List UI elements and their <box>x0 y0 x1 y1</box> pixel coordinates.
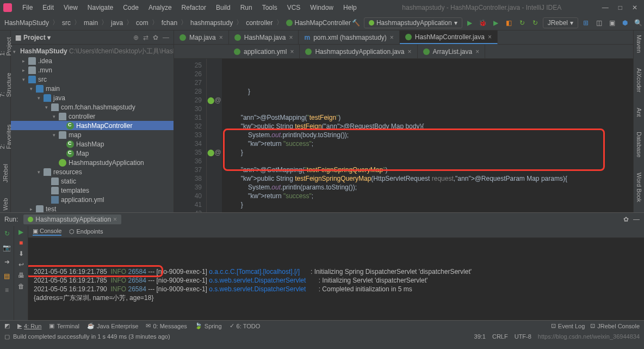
jrebel-debug-icon[interactable]: ↻ <box>530 17 541 28</box>
close-icon[interactable]: × <box>219 34 223 41</box>
tree-node-templates[interactable]: templates <box>11 186 174 195</box>
menu-file[interactable]: File <box>17 2 38 14</box>
code-content[interactable]: } "ann">@PostMapping("testFeign") "kw">p… <box>222 59 633 212</box>
tab-pom-xml--hashmapstudy-[interactable]: mpom.xml (hashmapstudy)× <box>299 30 399 44</box>
debug-icon[interactable]: 🐞 <box>478 17 488 28</box>
close-icon[interactable]: × <box>475 48 479 56</box>
wrap-icon[interactable]: ↩ <box>18 261 24 268</box>
spring-bean-icon[interactable]: ⬤ <box>207 96 214 105</box>
close-icon[interactable]: × <box>390 34 394 41</box>
gutter-2favorites[interactable]: 2: Favorites <box>0 121 13 151</box>
tree-node-src[interactable]: ▾src <box>11 75 174 84</box>
run-config-dropdown[interactable]: HashmapstudyApplication ▾ <box>364 17 462 28</box>
tree-node-test[interactable]: ▸test <box>11 204 174 212</box>
menu-run[interactable]: Run <box>236 2 257 14</box>
tree-node--idea[interactable]: ▸.idea <box>11 56 174 65</box>
profile-icon[interactable]: ◧ <box>504 17 515 28</box>
build-icon[interactable]: 🔨 <box>351 17 362 28</box>
rerun-icon[interactable]: ↻ <box>2 228 13 239</box>
tab-application-yml[interactable]: application.yml× <box>228 45 300 58</box>
ai-icon[interactable]: ⬢ <box>620 17 630 28</box>
jrebel-dropdown[interactable]: JRebel ▾ <box>543 17 578 28</box>
tree-root[interactable]: ▾HashMapStudy C:\Users\fchen\Desktop\小工具… <box>11 47 174 56</box>
coverage-icon[interactable]: ▶ <box>491 17 501 28</box>
bottom-tool-spring[interactable]: 🍃Spring <box>195 322 222 329</box>
breadcrumb-item[interactable]: main <box>84 19 98 27</box>
minimize-panel-icon[interactable]: — <box>633 216 640 223</box>
bottom-corner-icon[interactable]: ◩ <box>4 322 10 329</box>
line-separator[interactable]: CRLF <box>492 333 508 340</box>
run-instance-tab[interactable]: HashmapstudyApplication × <box>23 215 121 224</box>
print-icon[interactable]: 🖶 <box>18 272 24 279</box>
close-icon[interactable]: × <box>289 34 293 41</box>
bottom-tool-java-enterprise[interactable]: ☕Java Enterprise <box>87 322 138 329</box>
gutter-ant[interactable]: Ant <box>635 106 643 119</box>
menu-help[interactable]: Help <box>338 2 362 14</box>
gutter-web[interactable]: Web <box>1 196 10 212</box>
menu-build[interactable]: Build <box>211 2 236 14</box>
menu-tools[interactable]: Tools <box>257 2 282 14</box>
close-icon[interactable]: × <box>488 33 492 41</box>
tree-node-java[interactable]: ▾java <box>11 93 174 102</box>
tree-node-com-fchan-hashmapstudy[interactable]: ▾com.fchan.hashmapstudy <box>11 102 174 112</box>
tab-hashmap-java[interactable]: HashMap.java× <box>229 30 299 44</box>
breadcrumb-item[interactable]: controller <box>246 19 273 27</box>
menu-analyze[interactable]: Analyze <box>144 2 177 14</box>
breadcrumb-item[interactable]: fchan <box>162 19 177 27</box>
tree-node-hashmapcontroller[interactable]: HashMapController <box>11 121 174 130</box>
close-icon[interactable]: × <box>113 216 117 223</box>
project-tree[interactable]: ▾HashMapStudy C:\Users\fchen\Desktop\小工具… <box>11 45 174 212</box>
gutter-jrebel[interactable]: JRebel <box>1 162 10 185</box>
bottom-tool-0--messages[interactable]: ✉0: Messages <box>146 322 187 329</box>
tree-node-static[interactable]: static <box>11 176 174 186</box>
breadcrumb-item[interactable]: HashMapController <box>295 19 351 27</box>
tree-node-map[interactable]: Map <box>11 149 174 158</box>
collapse-icon[interactable]: ⇄ <box>143 34 148 41</box>
menu-view[interactable]: View <box>59 2 83 14</box>
gutter-wordbook[interactable]: Word Book <box>635 170 643 204</box>
console-output[interactable]: 2021-05-05 16:19:21.785 INFO 26584 --- [… <box>28 238 644 320</box>
tree-node-hashmapstudyapplication[interactable]: HashmapstudyApplication <box>11 158 174 167</box>
maximize-icon[interactable]: □ <box>618 4 622 11</box>
dump-icon[interactable]: ⬇ <box>18 250 24 258</box>
breadcrumb-item[interactable]: java <box>111 19 123 27</box>
trash-icon[interactable]: ≡ <box>2 285 13 296</box>
tab-hashmapstudyapplication-java[interactable]: HashmapstudyApplication.java× <box>300 45 417 58</box>
tree-node-map[interactable]: ▾map <box>11 130 174 139</box>
menu-vcs[interactable]: VCS <box>282 2 306 14</box>
run-again-icon[interactable]: ▶ <box>18 228 23 236</box>
menu-refactor[interactable]: Refactor <box>177 2 211 14</box>
tree-node-hashmap[interactable]: HashMap <box>11 139 174 149</box>
menu-window[interactable]: Window <box>305 2 338 14</box>
hide-icon[interactable]: — <box>163 34 169 41</box>
code-editor[interactable]: 252627282930313233343536373839404142 ⬤ @… <box>174 59 633 212</box>
open-icon[interactable]: ⊞ <box>580 17 591 28</box>
tool-icon[interactable]: ◫ <box>593 17 604 28</box>
close-icon[interactable]: × <box>407 48 411 56</box>
breadcrumb-item[interactable]: hashmapstudy <box>190 19 233 27</box>
tree-node-application-yml[interactable]: application.yml <box>11 195 174 204</box>
bottom-tool-6--todo[interactable]: ✓6: TODO <box>230 322 261 329</box>
encoding[interactable]: UTF-8 <box>515 333 531 340</box>
step-over-icon[interactable]: ➜ <box>2 256 13 267</box>
bottom-tool-event-log[interactable]: ⊡Event Log <box>551 322 585 329</box>
run-icon[interactable]: ▶ <box>465 17 475 28</box>
menu-navigate[interactable]: Navigate <box>83 2 118 14</box>
tab-arraylist-java[interactable]: ArrayList.java× <box>418 45 486 58</box>
gutter-7structure[interactable]: 7: Structure <box>0 69 13 99</box>
delete-icon[interactable]: 🗑 <box>18 283 24 290</box>
bottom-tool-jrebel-console[interactable]: ⊡JRebel Console <box>590 322 640 329</box>
breadcrumb-item[interactable]: src <box>62 19 71 27</box>
tab-map-java[interactable]: Map.java× <box>174 30 229 44</box>
gutter-database[interactable]: Database <box>635 130 643 160</box>
gutter-maven[interactable]: Maven <box>635 33 643 55</box>
tool2-icon[interactable]: ▣ <box>606 17 617 28</box>
breadcrumb-item[interactable]: com <box>136 19 148 27</box>
tree-node-main[interactable]: ▾main <box>11 84 174 93</box>
tab-hashmapcontroller-java[interactable]: HashMapController.java× <box>400 30 498 44</box>
breadcrumb-item[interactable]: HashMapStudy <box>4 19 49 27</box>
bottom-tool-4--run[interactable]: ▶4: Run <box>17 322 41 329</box>
select-target-icon[interactable]: ⊕ <box>133 34 139 41</box>
console-tab-console[interactable]: ▣ Console <box>33 228 61 236</box>
gutter-1project[interactable]: 1: Project <box>0 33 13 58</box>
